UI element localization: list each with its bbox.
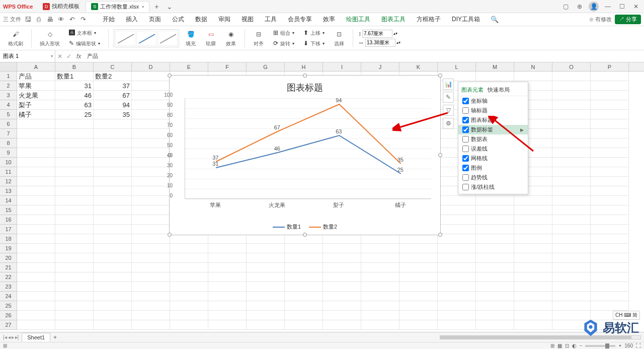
cell[interactable] <box>55 244 94 253</box>
cell[interactable] <box>132 282 170 292</box>
cell[interactable] <box>438 292 476 301</box>
cell[interactable] <box>170 234 208 244</box>
col-header[interactable]: I <box>323 62 361 71</box>
cell[interactable] <box>514 205 552 215</box>
cell[interactable] <box>17 292 55 301</box>
cell[interactable]: 46 <box>55 91 94 100</box>
cell[interactable] <box>438 205 476 215</box>
cell[interactable] <box>17 177 55 186</box>
undo-icon[interactable]: ↶ <box>67 15 76 24</box>
tab-template[interactable]: D 找稻壳模板 <box>38 1 85 12</box>
cell[interactable] <box>591 196 629 205</box>
cell[interactable] <box>132 263 170 272</box>
cell[interactable] <box>55 215 94 225</box>
cell[interactable] <box>476 311 514 320</box>
row-header[interactable]: 2 <box>0 81 17 91</box>
cell[interactable] <box>399 234 438 244</box>
cell[interactable] <box>94 138 132 148</box>
cell[interactable] <box>55 186 94 196</box>
cell[interactable] <box>55 253 94 263</box>
close-button[interactable]: ✕ <box>631 2 641 12</box>
menu-tab-5[interactable]: 审阅 <box>213 13 235 26</box>
row-header[interactable]: 21 <box>0 263 17 272</box>
cell[interactable] <box>17 282 55 292</box>
cell[interactable] <box>208 263 247 272</box>
cell[interactable] <box>361 263 399 272</box>
cell[interactable] <box>399 244 438 253</box>
menu-tab-4[interactable]: 数据 <box>190 13 212 26</box>
cell[interactable] <box>552 292 591 301</box>
fill-button[interactable]: 🪣 填充 <box>182 28 199 48</box>
cell[interactable] <box>132 320 170 330</box>
cell[interactable] <box>438 225 476 234</box>
row-header[interactable]: 6 <box>0 119 17 129</box>
cell[interactable] <box>552 91 591 100</box>
row-header[interactable]: 20 <box>0 253 17 263</box>
row-header[interactable]: 16 <box>0 215 17 225</box>
cell[interactable] <box>208 253 247 263</box>
cell[interactable] <box>552 196 591 205</box>
cell[interactable] <box>285 292 323 301</box>
cell[interactable] <box>170 292 208 301</box>
popup-item-3[interactable]: 数据标签▶ <box>458 125 528 134</box>
effect-button[interactable]: ◉ 效果 <box>222 28 239 48</box>
popup-item-1[interactable]: 轴标题 <box>458 106 528 115</box>
fullscreen-icon[interactable]: ⛶ <box>636 343 641 348</box>
row-header[interactable]: 3 <box>0 91 17 100</box>
cell[interactable] <box>94 177 132 186</box>
cell[interactable] <box>438 253 476 263</box>
cell[interactable] <box>17 119 55 129</box>
cell[interactable] <box>94 205 132 215</box>
cell[interactable] <box>399 320 438 330</box>
cloud-icon[interactable]: ⊕ <box>575 2 585 12</box>
next-sheet-icon[interactable]: ▸ <box>12 334 14 340</box>
cell[interactable] <box>476 244 514 253</box>
col-header[interactable]: L <box>438 62 476 71</box>
prev-sheet-icon[interactable]: ◂ <box>8 334 11 340</box>
cell[interactable] <box>361 244 399 253</box>
cell[interactable] <box>552 72 591 81</box>
cell[interactable] <box>94 158 132 167</box>
tab-menu-button[interactable]: ⌄ <box>163 3 177 11</box>
cell[interactable] <box>132 292 170 301</box>
cell[interactable] <box>170 301 208 311</box>
redo-icon[interactable]: ↷ <box>78 15 88 24</box>
cell[interactable] <box>476 234 514 244</box>
zoom-in-icon[interactable]: + <box>618 343 621 348</box>
cell[interactable] <box>55 119 94 129</box>
cell[interactable] <box>552 110 591 119</box>
col-header[interactable]: P <box>591 62 629 71</box>
cell[interactable] <box>323 320 361 330</box>
col-header[interactable]: H <box>285 62 323 71</box>
cell[interactable] <box>170 272 208 282</box>
row-header[interactable]: 10 <box>0 158 17 167</box>
cell[interactable] <box>591 253 629 263</box>
cell[interactable] <box>170 282 208 292</box>
first-sheet-icon[interactable]: |◂ <box>3 334 7 340</box>
cell[interactable] <box>552 138 591 148</box>
cell[interactable] <box>323 311 361 320</box>
cell[interactable] <box>552 129 591 138</box>
cell[interactable] <box>247 301 285 311</box>
zoom-level[interactable]: 160 <box>624 343 633 348</box>
cell[interactable] <box>208 282 247 292</box>
col-header[interactable]: G <box>247 62 285 71</box>
cell[interactable] <box>94 253 132 263</box>
cell[interactable] <box>170 311 208 320</box>
cell[interactable] <box>94 119 132 129</box>
row-header[interactable]: 14 <box>0 196 17 205</box>
cell[interactable] <box>323 234 361 244</box>
cell[interactable] <box>208 320 247 330</box>
cell[interactable] <box>514 272 552 282</box>
cell[interactable] <box>94 282 132 292</box>
rotate-button[interactable]: ⟳ 旋转▾ <box>270 39 297 48</box>
cell[interactable] <box>514 320 552 330</box>
cell[interactable] <box>552 272 591 282</box>
col-header[interactable]: A <box>17 62 55 71</box>
tab-workbook[interactable]: S 工作簿数量.xlsx • <box>86 1 149 12</box>
cell[interactable] <box>323 253 361 263</box>
cell[interactable] <box>132 205 170 215</box>
cell[interactable] <box>285 253 323 263</box>
cell[interactable] <box>552 263 591 272</box>
search-icon[interactable]: 🔍 <box>490 15 499 24</box>
